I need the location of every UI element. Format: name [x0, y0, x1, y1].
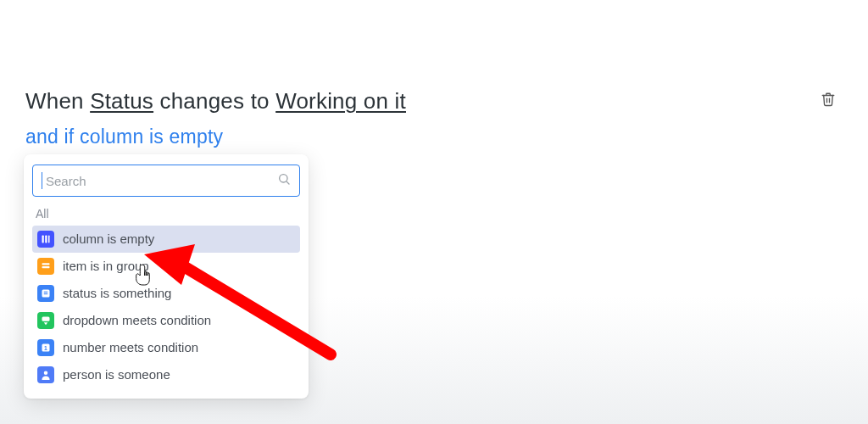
option-label: person is someone: [63, 367, 170, 382]
search-input-wrapper[interactable]: [32, 165, 300, 197]
option-label: item is in group: [63, 259, 149, 274]
section-label-all: All: [36, 207, 297, 220]
svg-rect-8: [44, 292, 48, 293]
svg-line-1: [287, 181, 289, 184]
option-label: status is something: [63, 286, 171, 301]
dropdown-icon: [37, 312, 54, 329]
svg-marker-11: [44, 322, 48, 325]
text-cursor: [42, 172, 42, 189]
condition-option[interactable]: item is in group: [32, 253, 300, 280]
sentence-prefix: When: [25, 88, 90, 114]
search-icon: [277, 172, 291, 189]
svg-text:1: 1: [44, 345, 47, 351]
option-label: number meets condition: [63, 340, 198, 355]
status-column-token[interactable]: Status: [90, 88, 153, 114]
automation-sentence: When Status changes to Working on it: [25, 88, 406, 114]
number-icon: 1: [37, 339, 54, 356]
column-icon: [37, 231, 54, 248]
condition-option[interactable]: 1number meets condition: [32, 334, 300, 361]
trash-icon: [821, 92, 836, 110]
condition-option[interactable]: person is someone: [32, 361, 300, 388]
person-icon: [37, 366, 54, 383]
svg-rect-10: [42, 317, 50, 321]
condition-dropdown-panel: All column is emptyitem is in groupstatu…: [24, 154, 309, 399]
delete-automation-button[interactable]: [819, 92, 837, 110]
automation-editor-canvas: When Status changes to Working on it and…: [0, 0, 868, 424]
search-input[interactable]: [44, 173, 277, 189]
svg-rect-5: [42, 263, 50, 265]
condition-option-list: column is emptyitem is in groupstatus is…: [32, 226, 300, 388]
option-label: dropdown meets condition: [63, 313, 211, 328]
svg-point-0: [280, 175, 287, 182]
status-icon: [37, 285, 54, 302]
svg-rect-4: [48, 236, 50, 243]
secondary-condition-phrase[interactable]: and if column is empty: [25, 126, 223, 148]
status-value-token[interactable]: Working on it: [275, 88, 406, 114]
option-label: column is empty: [63, 232, 154, 247]
svg-rect-6: [42, 266, 50, 268]
condition-option[interactable]: dropdown meets condition: [32, 307, 300, 334]
item-icon: [37, 258, 54, 275]
svg-rect-2: [42, 236, 44, 243]
condition-option[interactable]: status is something: [32, 280, 300, 307]
sentence-middle: changes to: [153, 88, 275, 114]
svg-rect-9: [44, 293, 48, 294]
svg-rect-3: [45, 236, 47, 243]
svg-point-14: [44, 371, 48, 376]
condition-option[interactable]: column is empty: [32, 226, 300, 253]
